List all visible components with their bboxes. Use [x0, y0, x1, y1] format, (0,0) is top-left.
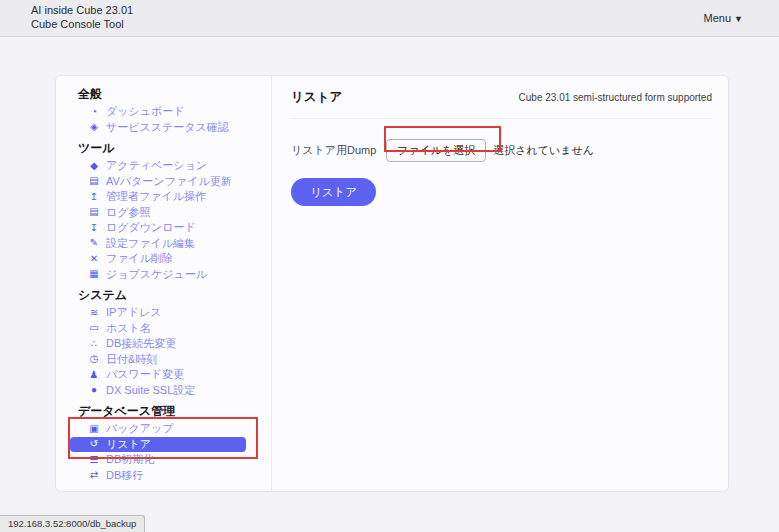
sidebar-item-datetime-clock[interactable]: ◷日付&時刻 — [70, 352, 246, 368]
sidebar-nav: 全般◔ダッシュボード◈サービスステータス確認ツール◆アクティベーション▤AVパタ… — [56, 76, 272, 491]
ip-address-icon: ≋ — [88, 308, 100, 318]
file-status-text: 選択されていません — [493, 143, 594, 158]
sidebar-section-title: データベース管理 — [78, 403, 271, 419]
dump-field-label: リストア用Dump — [291, 143, 386, 158]
status-url-bar: 192.168.3.52:8000/db_backup — [0, 515, 145, 532]
sidebar-item-db-connection[interactable]: ∴DB接続先変更 — [70, 336, 246, 352]
sidebar-item-label: 日付&時刻 — [106, 352, 157, 367]
admin-file-upload-icon: ↥ — [88, 192, 100, 202]
sidebar-item-password-user[interactable]: ♟パスワード変更 — [70, 367, 246, 383]
sidebar-item-label: ファイル削除 — [106, 251, 173, 266]
datetime-clock-icon: ◷ — [88, 354, 100, 364]
console-card: 全般◔ダッシュボード◈サービスステータス確認ツール◆アクティベーション▤AVパタ… — [55, 75, 729, 492]
sidebar-section-title: システム — [78, 287, 271, 303]
page-title: リストア — [291, 89, 342, 106]
sidebar-item-label: サービスステータス確認 — [106, 120, 229, 135]
sidebar-item-label: DB移行 — [106, 468, 143, 483]
sidebar-item-av-pattern-file[interactable]: ▤AVパターンファイル更新 — [70, 174, 246, 190]
restore-submit-button[interactable]: リストア — [291, 178, 376, 206]
job-schedule-calendar-icon: ▦ — [88, 269, 100, 279]
sidebar-item-label: パスワード変更 — [106, 367, 184, 382]
chevron-down-icon: ▼ — [734, 14, 743, 24]
sidebar-item-label: DB初期化 — [106, 452, 154, 467]
sidebar-item-file-delete[interactable]: ✕ファイル削除 — [70, 251, 246, 267]
sidebar-item-label: ログダウンロード — [106, 220, 196, 235]
sidebar-item-label: DB接続先変更 — [106, 336, 176, 351]
ssl-setting-icon: ● — [88, 385, 100, 395]
sidebar-item-db-init[interactable]: ☰DB初期化 — [70, 452, 246, 468]
sidebar-item-db-migration[interactable]: ⇄DB移行 — [70, 468, 246, 484]
sidebar-item-label: DX Suite SSL設定 — [106, 383, 195, 398]
app-title-line1: AI inside Cube 23.01 — [31, 4, 133, 18]
app-header: AI inside Cube 23.01 Cube Console Tool M… — [0, 0, 779, 37]
sidebar-item-ssl-setting[interactable]: ●DX Suite SSL設定 — [70, 383, 246, 399]
sidebar-item-label: バックアップ — [106, 421, 174, 436]
sidebar-item-service-status[interactable]: ◈サービスステータス確認 — [70, 120, 246, 136]
content-header: リストア Cube 23.01 semi-structured form sup… — [291, 76, 712, 119]
sidebar-section-title: ツール — [78, 140, 271, 156]
sidebar-item-label: ログ参照 — [106, 205, 151, 220]
activation-shield-icon: ◆ — [88, 161, 100, 171]
sidebar-item-log-download[interactable]: ↧ログダウンロード — [70, 220, 246, 236]
dump-upload-row: リストア用Dump ファイルを選択 選択されていません — [291, 139, 712, 162]
sidebar-item-ip-address[interactable]: ≋IPアドレス — [70, 305, 246, 321]
version-note: Cube 23.01 semi-structured form supporte… — [519, 92, 712, 103]
sidebar-section-title: 全般 — [78, 86, 271, 102]
sidebar-item-label: ジョブスケジュール — [106, 267, 207, 282]
log-download-icon: ↧ — [88, 223, 100, 233]
password-user-icon: ♟ — [88, 370, 100, 380]
log-view-file-icon: ▤ — [88, 207, 100, 217]
sidebar-item-label: AVパターンファイル更新 — [106, 174, 232, 189]
sidebar-item-dashboard[interactable]: ◔ダッシュボード — [70, 104, 246, 120]
sidebar-item-label: ホスト名 — [106, 321, 151, 336]
sidebar-item-config-edit[interactable]: ✎設定ファイル編集 — [70, 236, 246, 252]
sidebar-item-label: IPアドレス — [106, 305, 161, 320]
sidebar-item-backup[interactable]: ▣バックアップ — [70, 421, 246, 437]
sidebar-item-hostname-monitor[interactable]: ▭ホスト名 — [70, 321, 246, 337]
menu-dropdown[interactable]: Menu▼ — [704, 12, 743, 24]
sidebar-item-label: 設定ファイル編集 — [106, 236, 195, 251]
db-init-icon: ☰ — [88, 455, 100, 465]
sidebar-item-job-schedule-calendar[interactable]: ▦ジョブスケジュール — [70, 267, 246, 283]
db-migration-icon: ⇄ — [88, 470, 100, 480]
sidebar-item-label: リストア — [106, 437, 151, 452]
sidebar-item-label: 管理者ファイル操作 — [106, 189, 206, 204]
main-content: リストア Cube 23.01 semi-structured form sup… — [272, 76, 728, 491]
sidebar-item-restore[interactable]: ↺リストア — [70, 437, 246, 453]
dashboard-icon: ◔ — [88, 107, 100, 117]
db-connection-icon: ∴ — [88, 339, 100, 349]
file-delete-icon: ✕ — [88, 254, 100, 264]
sidebar-item-label: アクティベーション — [106, 158, 207, 173]
menu-label: Menu — [704, 12, 732, 24]
sidebar-item-label: ダッシュボード — [106, 104, 185, 119]
backup-icon: ▣ — [88, 424, 100, 434]
file-input: ファイルを選択 選択されていません — [386, 139, 594, 162]
hostname-monitor-icon: ▭ — [88, 323, 100, 333]
av-pattern-file-icon: ▤ — [88, 176, 100, 186]
restore-icon: ↺ — [88, 439, 100, 449]
app-title: AI inside Cube 23.01 Cube Console Tool — [31, 4, 133, 32]
config-edit-icon: ✎ — [88, 238, 100, 248]
service-status-icon: ◈ — [88, 122, 100, 132]
sidebar-item-admin-file-upload[interactable]: ↥管理者ファイル操作 — [70, 189, 246, 205]
sidebar-item-activation-shield[interactable]: ◆アクティベーション — [70, 158, 246, 174]
choose-file-button[interactable]: ファイルを選択 — [386, 139, 486, 162]
sidebar-item-log-view-file[interactable]: ▤ログ参照 — [70, 205, 246, 221]
app-title-line2: Cube Console Tool — [31, 18, 133, 32]
